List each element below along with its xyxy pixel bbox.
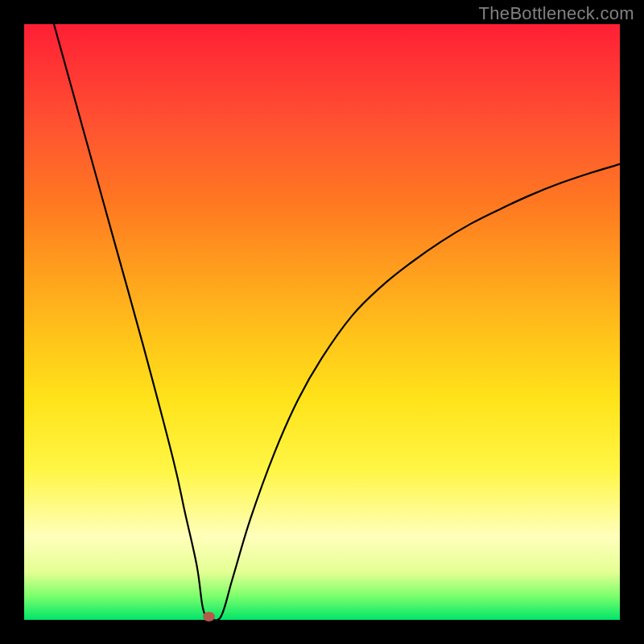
chart-frame: TheBottleneck.com [0,0,644,644]
watermark-text: TheBottleneck.com [479,3,634,24]
optimal-point-marker [203,612,215,621]
bottleneck-curve [24,24,620,620]
